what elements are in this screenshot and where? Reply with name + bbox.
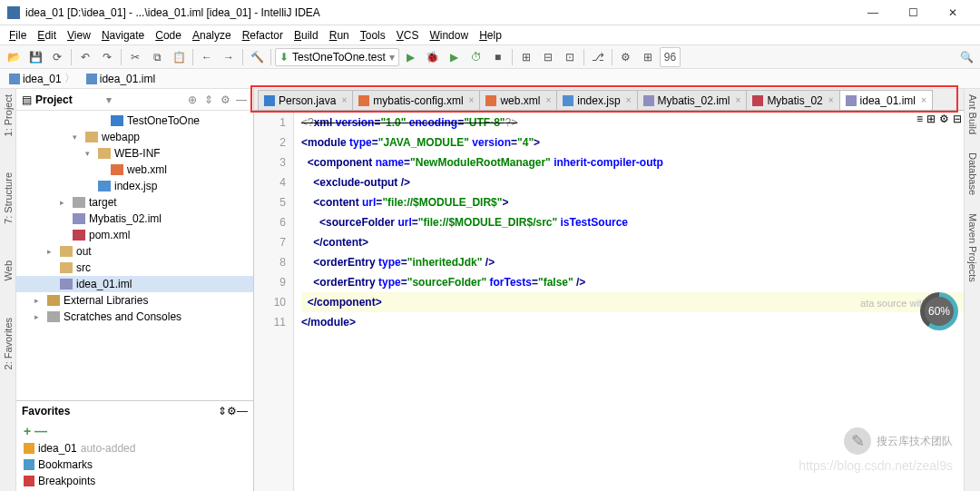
menu-refactor[interactable]: Refactor [237, 27, 289, 44]
add-favorite-button[interactable]: + — [16, 422, 253, 440]
run-icon[interactable]: ▶ [401, 47, 421, 67]
gear-icon[interactable]: ⚙ [227, 405, 237, 417]
tree-node[interactable]: web.xml [16, 162, 253, 178]
tree-node[interactable]: ▸Scratches and Consoles [16, 309, 253, 325]
tool-stripe-item[interactable]: 1: Project [3, 94, 14, 136]
back-icon[interactable]: ← [197, 47, 217, 67]
menu-run[interactable]: Run [324, 27, 355, 44]
refresh-icon[interactable]: ⟳ [47, 47, 67, 67]
copy-icon[interactable]: ⧉ [147, 47, 167, 67]
code-line[interactable]: <orderEntry type="inheritedJdk" /> [301, 252, 964, 272]
settings-icon[interactable]: ⚙ [616, 47, 636, 67]
close-tab-icon[interactable]: × [341, 95, 347, 105]
hide-icon[interactable]: — [235, 93, 248, 106]
gear-icon[interactable]: ⚙ [219, 93, 231, 106]
tool-stripe-item[interactable]: 7: Structure [3, 172, 14, 224]
code-line[interactable]: </content> [301, 232, 964, 252]
profile-icon[interactable]: ⏱ [466, 47, 486, 67]
hide-icon[interactable]: — [237, 405, 248, 417]
breadcrumb-item[interactable]: idea_01〉 [5, 70, 79, 87]
tree-node[interactable]: ▸out [16, 243, 253, 260]
close-tab-icon[interactable]: × [469, 95, 475, 105]
undo-icon[interactable]: ↶ [75, 47, 95, 67]
scroll-from-source-icon[interactable]: ⊕ [186, 93, 199, 106]
code-line[interactable]: <content url="file://$MODULE_DIR$"> [301, 192, 964, 212]
favorite-item[interactable]: idea_01auto-added [16, 440, 253, 457]
collapse-all-icon[interactable]: ⇕ [202, 93, 215, 106]
tree-node[interactable]: pom.xml [16, 227, 253, 243]
coverage-icon[interactable]: ▶ [445, 47, 465, 67]
close-tab-icon[interactable]: × [828, 95, 834, 105]
editor-tab[interactable]: Mybatis_02× [746, 90, 839, 110]
cut-icon[interactable]: ✂ [125, 47, 145, 67]
editor-tab[interactable]: web.xml× [479, 90, 557, 110]
code-line[interactable]: <module type="JAVA_MODULE" version="4"> [301, 133, 964, 152]
tool-stripe-item[interactable]: Database [967, 152, 978, 195]
favorite-item[interactable]: Breakpoints [16, 473, 253, 489]
project-tree[interactable]: TestOneToOne▾webapp▾WEB-INFweb.xmlindex.… [16, 111, 253, 400]
tool-stripe-item[interactable]: Web [3, 260, 14, 280]
split-icon[interactable]: ⊞ [926, 113, 936, 125]
menu-edit[interactable]: Edit [32, 27, 62, 44]
menu-help[interactable]: Help [474, 27, 507, 44]
menu-window[interactable]: Window [424, 27, 474, 44]
editor-tab[interactable]: idea_01.iml× [839, 90, 933, 110]
close-tab-icon[interactable]: × [545, 95, 551, 105]
code-line[interactable]: <component name="NewModuleRootManager" i… [301, 152, 964, 172]
reader-mode-icon[interactable]: ≡ [916, 113, 923, 125]
favorite-item[interactable]: Bookmarks [16, 457, 253, 473]
editor-tab[interactable]: mybatis-config.xml× [352, 90, 480, 110]
structure-icon[interactable]: ⊞ [516, 47, 536, 67]
layout-icon[interactable]: ⊡ [560, 47, 580, 67]
close-button[interactable]: ✕ [933, 0, 973, 25]
close-tab-icon[interactable]: × [736, 95, 741, 105]
breadcrumb-item[interactable]: idea_01.iml [83, 72, 159, 86]
menu-navigate[interactable]: Navigate [96, 27, 150, 44]
menu-file[interactable]: File [4, 27, 32, 44]
redo-icon[interactable]: ↷ [97, 47, 117, 67]
vcs-icon[interactable]: ⎇ [588, 47, 608, 67]
hierarchy-icon[interactable]: ⊟ [538, 47, 558, 67]
paste-icon[interactable]: 📋 [169, 47, 189, 67]
tree-node[interactable]: Mybatis_02.iml [16, 211, 253, 227]
code-line[interactable]: <orderEntry type="sourceFolder" forTests… [301, 272, 964, 292]
badge-96[interactable]: 96 [660, 47, 681, 67]
stop-icon[interactable]: ■ [488, 47, 508, 67]
close-tab-icon[interactable]: × [921, 95, 926, 105]
debug-icon[interactable]: 🐞 [423, 47, 443, 67]
tree-node[interactable]: ▸target [16, 194, 253, 211]
project-structure-icon[interactable]: ⊞ [638, 47, 658, 67]
menu-code[interactable]: Code [150, 27, 187, 44]
menu-tools[interactable]: Tools [355, 27, 391, 44]
forward-icon[interactable]: → [219, 47, 239, 67]
close-tab-icon[interactable]: × [626, 95, 632, 105]
tool-stripe-item[interactable]: Ant Build [967, 94, 978, 134]
build-icon[interactable]: 🔨 [247, 47, 267, 67]
maximize-button[interactable]: ☐ [893, 0, 933, 25]
tree-node[interactable]: ▾WEB-INF [16, 145, 253, 162]
tool-stripe-item[interactable]: Maven Projects [967, 213, 978, 282]
tree-node[interactable]: src [16, 260, 253, 276]
tree-node[interactable]: index.jsp [16, 178, 253, 194]
gear-icon[interactable]: ⚙ [939, 113, 949, 125]
tree-node[interactable]: ▸External Libraries [16, 292, 253, 309]
tree-node[interactable]: ▾webapp [16, 129, 253, 145]
search-icon[interactable]: 🔍 [956, 47, 976, 67]
menu-vcs[interactable]: VCS [391, 27, 425, 44]
save-icon[interactable]: 💾 [25, 47, 45, 67]
code-line[interactable]: <?xml version="1.0" encoding="UTF-8"?> [301, 113, 964, 133]
tree-node[interactable]: idea_01.iml [16, 276, 253, 292]
editor-tab[interactable]: Person.java× [258, 90, 353, 110]
open-icon[interactable]: 📂 [4, 47, 24, 67]
menu-view[interactable]: View [62, 27, 96, 44]
tree-node[interactable]: TestOneToOne [16, 113, 253, 129]
code-line[interactable]: </module> [301, 312, 964, 332]
minimize-button[interactable]: — [853, 0, 893, 25]
code-line[interactable]: <exclude-output /> [301, 172, 964, 192]
menu-analyze[interactable]: Analyze [187, 27, 237, 44]
tool-stripe-item[interactable]: 2: Favorites [3, 318, 14, 369]
scroll-icon[interactable]: ⇕ [218, 405, 227, 417]
editor-tab[interactable]: Mybatis_02.iml× [637, 90, 748, 110]
menu-build[interactable]: Build [289, 27, 324, 44]
code-line[interactable]: <sourceFolder url="file://$MODULE_DIR$/s… [301, 212, 964, 232]
